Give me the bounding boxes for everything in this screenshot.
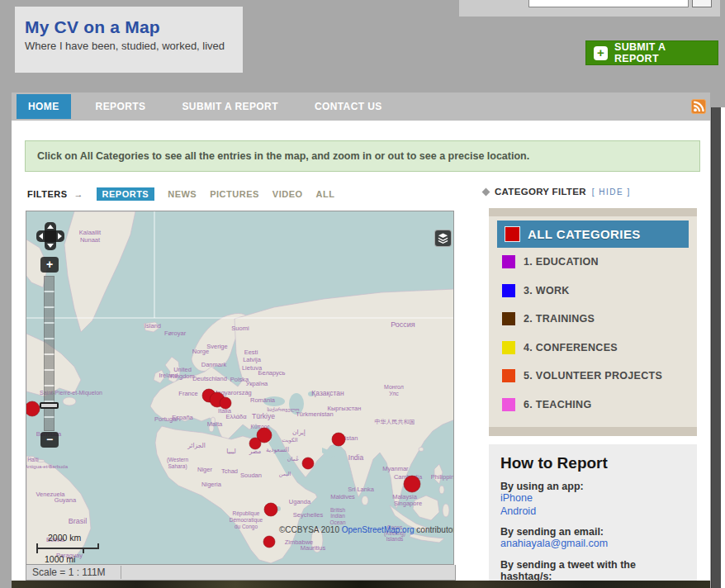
- nav-item-submit-a-report[interactable]: SUBMIT A REPORT: [170, 94, 289, 119]
- map-label: Қазақстан: [311, 389, 344, 397]
- pan-left-icon[interactable]: [39, 233, 43, 239]
- map-label: România: [250, 396, 276, 404]
- filter-options: REPORTSNEWSPICTURESVIDEOALL: [97, 187, 335, 201]
- panel-bottom-strip: [489, 427, 697, 436]
- map-label: Singapore: [394, 500, 422, 507]
- nav-items: HOMEREPORTSSUBMIT A REPORTCONTACT US: [17, 94, 394, 119]
- map-label: Malta: [207, 420, 223, 428]
- map-label: 中华人民共和国: [375, 419, 415, 425]
- search-button[interactable]: [692, 0, 712, 7]
- submit-report-button[interactable]: + SUBMIT A REPORT: [585, 40, 718, 65]
- map-label: Ελλάδα: [225, 413, 247, 420]
- report-marker[interactable]: [302, 458, 314, 469]
- report-marker[interactable]: [249, 438, 261, 449]
- report-marker[interactable]: [404, 476, 420, 492]
- main-nav: HOMEREPORTSSUBMIT A REPORTCONTACT US: [12, 92, 710, 121]
- filter-reports[interactable]: REPORTS: [97, 187, 155, 201]
- all-categories-label: ALL CATEGORIES: [528, 227, 641, 241]
- site-title[interactable]: My CV on a Map: [25, 17, 243, 37]
- category-label: 5. VOLUNTEER PROJECTS: [524, 370, 662, 382]
- world-map-svg: KalaallitNunaatIslandFøroyarNorgeSverige…: [26, 211, 454, 565]
- filters-arrow-icon: →: [74, 189, 83, 199]
- iphone-link[interactable]: iPhone: [500, 492, 685, 505]
- map-label: du Congo: [235, 524, 258, 530]
- rss-icon[interactable]: [691, 99, 706, 114]
- site-header: My CV on a Map Where I have been, studie…: [15, 7, 243, 73]
- filter-news[interactable]: NEWS: [168, 189, 197, 199]
- nav-item-contact-us[interactable]: CONTACT US: [303, 94, 394, 119]
- all-categories-button[interactable]: ALL CATEGORIES: [497, 220, 689, 248]
- map-label: Россия: [391, 320, 415, 329]
- scrollbar[interactable]: [711, 107, 721, 588]
- pan-up-icon[interactable]: [47, 225, 54, 229]
- openstreetmap-link[interactable]: OpenStreetMap.org: [342, 525, 415, 534]
- map-label: عُمان: [287, 456, 300, 462]
- nav-item-home[interactable]: HOME: [17, 94, 71, 119]
- map-label: Uganda: [289, 498, 311, 505]
- category-item-4-conferences[interactable]: 4. CONFERENCES: [502, 341, 618, 354]
- submit-report-label: SUBMIT A REPORT: [614, 41, 710, 64]
- category-item-2-trainings[interactable]: 2. TRAININGS: [502, 312, 595, 325]
- map-label: Soudan: [240, 472, 262, 479]
- attribution-prefix: ©CCBYSA 2010: [279, 525, 342, 534]
- map-scale-status: Scale = 1 : 111M: [32, 567, 106, 578]
- map-label: République: [233, 510, 260, 517]
- notice-text: Click on All Categories to see all the e…: [37, 150, 529, 162]
- map-label: (Western: [167, 457, 189, 463]
- attribution-suffix: contributors: [415, 525, 454, 534]
- map-label: France: [178, 390, 197, 397]
- map-label: India: [348, 453, 364, 462]
- zoom-in-button[interactable]: +: [40, 257, 59, 273]
- filters-bar: FILTERS → REPORTSNEWSPICTURESVIDEOALL: [27, 187, 334, 202]
- map-label: Kalaallit: [79, 229, 102, 236]
- map-label: Maldives: [330, 493, 355, 500]
- category-swatch: [502, 369, 515, 382]
- map-label: Antigua-et-Barbuda: [26, 464, 69, 469]
- category-label: 1. EDUCATION: [524, 256, 599, 268]
- plus-icon: +: [594, 46, 608, 60]
- map-label: Sri Lanka: [348, 486, 375, 493]
- map-label: اليمن: [279, 471, 291, 477]
- report-marker[interactable]: [332, 433, 345, 446]
- email-link[interactable]: anahiayala@gmail.com: [500, 538, 685, 551]
- layers-icon[interactable]: [434, 230, 452, 247]
- category-swatch: [502, 255, 515, 268]
- pan-right-icon[interactable]: [58, 233, 62, 239]
- zoom-slider-handle[interactable]: [40, 402, 59, 409]
- category-swatch: [502, 284, 515, 297]
- hide-link[interactable]: [ HIDE ]: [592, 187, 631, 197]
- category-item-1-education[interactable]: 1. EDUCATION: [502, 255, 599, 268]
- map-label: Suomi: [231, 325, 249, 332]
- map-status-bar: Scale = 1 : 111M: [26, 565, 456, 581]
- map-label: Démocratique: [230, 517, 263, 524]
- filter-pictures[interactable]: PICTURES: [210, 189, 259, 199]
- report-marker[interactable]: [263, 536, 275, 548]
- category-item-5-volunteer-projects[interactable]: 5. VOLUNTEER PROJECTS: [502, 369, 662, 382]
- category-swatch: [502, 341, 515, 354]
- pan-down-icon[interactable]: [47, 244, 54, 248]
- scale-km-label: 2000 km: [48, 533, 81, 543]
- map-label: Latvija: [243, 356, 262, 363]
- map[interactable]: KalaallitNunaatIslandFøroyarNorgeSverige…: [26, 211, 454, 565]
- category-filter-title: CATEGORY FILTER: [495, 187, 586, 197]
- category-item-3-work[interactable]: 3. WORK: [502, 284, 570, 297]
- report-marker[interactable]: [264, 503, 277, 516]
- map-label: Eesti: [244, 349, 258, 356]
- map-label: British: [330, 507, 345, 513]
- zoom-out-button[interactable]: −: [40, 432, 59, 448]
- footer-image-strip: [12, 581, 710, 588]
- nav-item-reports[interactable]: REPORTS: [84, 94, 158, 119]
- filter-all[interactable]: ALL: [316, 189, 335, 199]
- email-heading: By sending an email:: [500, 526, 685, 538]
- map-label: Nigeria: [201, 481, 222, 488]
- report-marker[interactable]: [26, 401, 40, 416]
- app-heading: By using an app:: [500, 481, 685, 492]
- map-label: Nunaat: [80, 236, 101, 244]
- pan-control[interactable]: [36, 222, 64, 250]
- map-label: Türkiye: [252, 412, 275, 420]
- report-marker[interactable]: [220, 397, 231, 409]
- category-item-6-teaching[interactable]: 6. TEACHING: [502, 398, 591, 411]
- filter-video[interactable]: VIDEO: [272, 189, 303, 199]
- android-link[interactable]: Android: [500, 505, 685, 519]
- search-input[interactable]: [528, 0, 689, 7]
